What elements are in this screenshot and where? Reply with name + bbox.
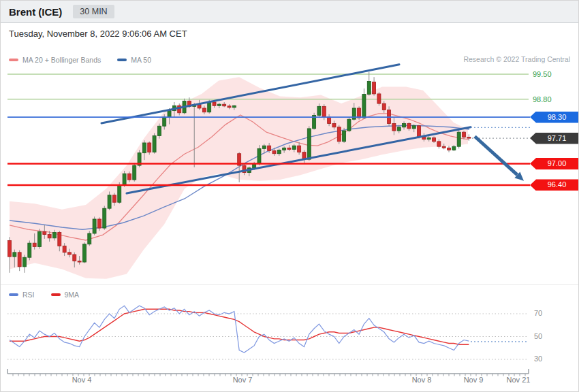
candle-down	[202, 108, 206, 112]
candle-up	[157, 126, 161, 135]
x-axis-label: Nov 9	[457, 376, 490, 384]
candle-down	[467, 137, 471, 139]
candle-up	[108, 195, 111, 208]
candle-down	[437, 142, 441, 146]
candle-up	[208, 102, 211, 112]
candle-up	[82, 244, 86, 262]
candle-down	[332, 124, 336, 127]
candle-down	[287, 148, 291, 149]
candle-up	[153, 135, 156, 152]
candle-down	[67, 252, 71, 255]
candle-up	[317, 106, 321, 115]
candle-down	[43, 231, 46, 234]
candle-down	[358, 108, 361, 118]
x-axis-label: Nov 7	[226, 376, 259, 384]
candle-down	[328, 117, 331, 123]
candle-up	[397, 127, 401, 131]
candle-up	[277, 150, 281, 153]
candle-up	[217, 104, 221, 105]
candle-down	[392, 124, 396, 131]
candle-up	[307, 129, 311, 159]
x-axis-label: Nov 4	[65, 376, 98, 384]
candle-up	[452, 146, 456, 150]
candle-up	[347, 119, 351, 131]
candle-up	[283, 148, 286, 150]
price-tag: 97.71	[530, 133, 579, 144]
candle-down	[8, 240, 12, 257]
candle-up	[262, 146, 266, 148]
candle-down	[18, 252, 21, 267]
candle-up	[232, 105, 236, 108]
candle-down	[322, 106, 326, 117]
candle-down	[48, 235, 51, 238]
candle-down	[298, 146, 301, 152]
rsi-9ma-line	[10, 309, 469, 344]
candle-up	[133, 165, 136, 180]
candle-up	[103, 208, 106, 228]
candle-up	[343, 131, 346, 142]
candle-down	[377, 94, 381, 103]
rsi-level-label: 70	[534, 309, 542, 317]
candle-down	[433, 138, 436, 142]
candle-up	[257, 148, 261, 163]
candle-up	[88, 233, 91, 244]
forecast-arrow-shaft	[475, 136, 517, 174]
chart-widget: Brent (ICE) 30 MIN Tuesday, November 8, …	[0, 0, 579, 392]
candle-down	[148, 143, 151, 152]
candle-down	[463, 132, 466, 137]
candle-down	[268, 146, 271, 150]
candle-up	[123, 174, 126, 185]
candle-down	[78, 261, 81, 262]
price-level-label: 99.50	[533, 69, 552, 79]
candle-down	[382, 103, 386, 110]
candle-up	[52, 232, 56, 238]
legend-item-9ma: 9MA	[51, 291, 80, 299]
candle-up	[292, 146, 296, 149]
candle-up	[403, 124, 406, 127]
candle-down	[73, 255, 76, 261]
legend-item-rsi: RSI	[9, 291, 35, 299]
candle-up	[457, 132, 460, 146]
price-tag: 97.00	[530, 158, 579, 169]
candle-down	[58, 232, 61, 246]
candle-up	[118, 185, 121, 202]
candle-down	[33, 243, 36, 246]
candle-up	[367, 82, 371, 95]
candle-down	[112, 195, 116, 203]
candle-up	[412, 126, 416, 129]
rsi-9ma-swatch-icon	[51, 293, 61, 296]
price-level-label: 98.80	[533, 95, 552, 104]
candle-down	[448, 148, 451, 150]
candle-up	[168, 111, 171, 117]
candle-up	[28, 243, 31, 257]
legend-label-rsi: RSI	[22, 291, 35, 299]
panel-divider	[1, 284, 579, 285]
candle-up	[13, 252, 16, 257]
candle-up	[362, 94, 366, 118]
candle-up	[93, 219, 96, 233]
rsi-swatch-icon	[9, 293, 18, 296]
price-tag: 96.40	[530, 179, 579, 191]
bollinger-band	[10, 77, 468, 279]
candle-down	[228, 106, 231, 108]
candle-up	[427, 138, 431, 140]
candle-down	[272, 151, 276, 154]
price-tag: 98.30	[530, 112, 579, 123]
candle-up	[37, 231, 41, 246]
candle-down	[97, 219, 101, 228]
candle-down	[127, 174, 131, 180]
rsi-line	[10, 306, 469, 353]
candle-down	[63, 246, 66, 252]
candle-up	[163, 117, 166, 126]
candle-up	[142, 143, 146, 153]
candle-down	[418, 126, 421, 137]
legend-label-9ma: 9MA	[65, 291, 80, 299]
rsi-legend: RSI 9MA	[9, 291, 91, 299]
candle-down	[407, 124, 411, 129]
rsi-level-label: 50	[534, 332, 542, 340]
candle-down	[373, 82, 376, 94]
candle-down	[442, 146, 445, 148]
rsi-level-label: 30	[534, 355, 542, 363]
x-axis-label: Nov 8	[405, 376, 438, 384]
x-axis-label: Nov 21	[502, 376, 535, 384]
